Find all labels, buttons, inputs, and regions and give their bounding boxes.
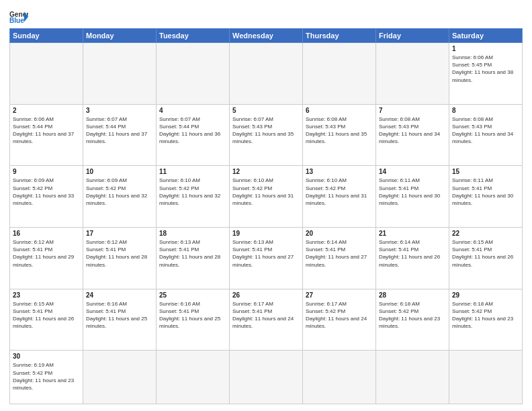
calendar-cell: 10Sunrise: 6:09 AMSunset: 5:42 PMDayligh… <box>83 166 157 228</box>
day-info: Sunrise: 6:06 AMSunset: 5:44 PMDaylight:… <box>13 116 74 145</box>
calendar-cell <box>376 43 449 105</box>
calendar-week-1: 1Sunrise: 6:06 AMSunset: 5:45 PMDaylight… <box>10 43 523 105</box>
calendar-cell <box>376 351 449 404</box>
day-number: 8 <box>452 107 519 114</box>
day-info: Sunrise: 6:15 AMSunset: 5:41 PMDaylight:… <box>452 239 513 268</box>
calendar-cell: 22Sunrise: 6:15 AMSunset: 5:41 PMDayligh… <box>449 228 523 289</box>
day-info: Sunrise: 6:07 AMSunset: 5:44 PMDaylight:… <box>86 116 147 145</box>
calendar-cell: 19Sunrise: 6:13 AMSunset: 5:41 PMDayligh… <box>230 228 303 289</box>
day-number: 17 <box>86 230 153 237</box>
day-number: 16 <box>13 230 80 237</box>
calendar-cell: 5Sunrise: 6:07 AMSunset: 5:43 PMDaylight… <box>230 104 303 166</box>
weekday-header-monday: Monday <box>83 29 157 43</box>
calendar-cell: 6Sunrise: 6:08 AMSunset: 5:43 PMDaylight… <box>303 104 376 166</box>
day-number: 24 <box>86 291 153 299</box>
calendar-cell: 17Sunrise: 6:12 AMSunset: 5:41 PMDayligh… <box>83 228 157 289</box>
day-number: 27 <box>306 291 373 299</box>
weekday-header-sunday: Sunday <box>10 29 83 43</box>
day-info: Sunrise: 6:10 AMSunset: 5:42 PMDaylight:… <box>232 177 294 206</box>
calendar-cell: 28Sunrise: 6:18 AMSunset: 5:42 PMDayligh… <box>376 289 449 351</box>
calendar-cell <box>10 43 83 105</box>
calendar-cell <box>157 43 230 105</box>
calendar-week-4: 16Sunrise: 6:12 AMSunset: 5:41 PMDayligh… <box>10 228 523 289</box>
calendar-cell: 12Sunrise: 6:10 AMSunset: 5:42 PMDayligh… <box>230 166 303 228</box>
day-number: 22 <box>452 230 519 237</box>
day-info: Sunrise: 6:08 AMSunset: 5:43 PMDaylight:… <box>379 116 440 145</box>
calendar-table: SundayMondayTuesdayWednesdayThursdayFrid… <box>9 28 523 404</box>
calendar-cell: 20Sunrise: 6:14 AMSunset: 5:41 PMDayligh… <box>303 228 376 289</box>
day-info: Sunrise: 6:09 AMSunset: 5:42 PMDaylight:… <box>86 177 147 206</box>
header: General Blue <box>9 7 523 24</box>
day-number: 19 <box>232 230 300 237</box>
day-number: 10 <box>86 168 153 175</box>
calendar-cell: 27Sunrise: 6:17 AMSunset: 5:42 PMDayligh… <box>303 289 376 351</box>
day-info: Sunrise: 6:18 AMSunset: 5:42 PMDaylight:… <box>452 301 513 330</box>
svg-text:Blue: Blue <box>9 17 24 24</box>
day-info: Sunrise: 6:17 AMSunset: 5:41 PMDaylight:… <box>232 301 294 330</box>
calendar-page: General Blue SundayMondayTuesdayWednesda… <box>0 0 532 411</box>
day-number: 28 <box>379 291 446 299</box>
calendar-week-6: 30Sunrise: 6:19 AMSunset: 5:42 PMDayligh… <box>10 351 523 404</box>
calendar-cell: 24Sunrise: 6:16 AMSunset: 5:41 PMDayligh… <box>83 289 157 351</box>
day-number: 15 <box>452 168 519 175</box>
day-number: 4 <box>159 107 226 114</box>
calendar-cell: 16Sunrise: 6:12 AMSunset: 5:41 PMDayligh… <box>10 228 83 289</box>
day-info: Sunrise: 6:18 AMSunset: 5:42 PMDaylight:… <box>379 301 440 330</box>
calendar-week-3: 9Sunrise: 6:09 AMSunset: 5:42 PMDaylight… <box>10 166 523 228</box>
calendar-cell: 14Sunrise: 6:11 AMSunset: 5:41 PMDayligh… <box>376 166 449 228</box>
day-info: Sunrise: 6:11 AMSunset: 5:41 PMDaylight:… <box>379 177 440 206</box>
day-info: Sunrise: 6:11 AMSunset: 5:41 PMDaylight:… <box>452 177 513 206</box>
day-number: 14 <box>379 168 446 175</box>
day-info: Sunrise: 6:15 AMSunset: 5:41 PMDaylight:… <box>13 301 74 330</box>
weekday-header-saturday: Saturday <box>449 29 523 43</box>
calendar-cell: 23Sunrise: 6:15 AMSunset: 5:41 PMDayligh… <box>10 289 83 351</box>
day-number: 1 <box>452 45 519 52</box>
day-number: 6 <box>306 107 373 114</box>
weekday-header-friday: Friday <box>376 29 449 43</box>
weekday-header-row: SundayMondayTuesdayWednesdayThursdayFrid… <box>10 29 523 43</box>
weekday-header-wednesday: Wednesday <box>230 29 303 43</box>
day-info: Sunrise: 6:13 AMSunset: 5:41 PMDaylight:… <box>232 239 294 268</box>
calendar-cell <box>157 351 230 404</box>
calendar-cell <box>303 351 376 404</box>
calendar-cell: 30Sunrise: 6:19 AMSunset: 5:42 PMDayligh… <box>10 351 83 404</box>
day-number: 21 <box>379 230 446 237</box>
calendar-cell <box>230 351 303 404</box>
calendar-cell <box>83 351 157 404</box>
day-info: Sunrise: 6:19 AMSunset: 5:42 PMDaylight:… <box>13 362 74 391</box>
day-info: Sunrise: 6:10 AMSunset: 5:42 PMDaylight:… <box>159 177 220 206</box>
day-number: 2 <box>13 107 80 114</box>
day-number: 11 <box>159 168 226 175</box>
day-info: Sunrise: 6:08 AMSunset: 5:43 PMDaylight:… <box>452 116 513 145</box>
calendar-cell <box>230 43 303 105</box>
day-info: Sunrise: 6:08 AMSunset: 5:43 PMDaylight:… <box>306 116 367 145</box>
calendar-cell: 13Sunrise: 6:10 AMSunset: 5:42 PMDayligh… <box>303 166 376 228</box>
day-info: Sunrise: 6:09 AMSunset: 5:42 PMDaylight:… <box>13 177 74 206</box>
calendar-cell: 11Sunrise: 6:10 AMSunset: 5:42 PMDayligh… <box>157 166 230 228</box>
day-number: 13 <box>306 168 373 175</box>
calendar-week-5: 23Sunrise: 6:15 AMSunset: 5:41 PMDayligh… <box>10 289 523 351</box>
day-number: 12 <box>232 168 300 175</box>
day-number: 30 <box>13 353 80 360</box>
calendar-cell: 25Sunrise: 6:16 AMSunset: 5:41 PMDayligh… <box>157 289 230 351</box>
day-info: Sunrise: 6:12 AMSunset: 5:41 PMDaylight:… <box>86 239 147 268</box>
day-info: Sunrise: 6:17 AMSunset: 5:42 PMDaylight:… <box>306 301 367 330</box>
weekday-header-tuesday: Tuesday <box>157 29 230 43</box>
day-info: Sunrise: 6:06 AMSunset: 5:45 PMDaylight:… <box>452 54 513 83</box>
logo-icon: General Blue <box>9 9 28 24</box>
calendar-cell: 15Sunrise: 6:11 AMSunset: 5:41 PMDayligh… <box>449 166 523 228</box>
calendar-cell <box>303 43 376 105</box>
day-info: Sunrise: 6:14 AMSunset: 5:41 PMDaylight:… <box>379 239 440 268</box>
calendar-cell: 4Sunrise: 6:07 AMSunset: 5:44 PMDaylight… <box>157 104 230 166</box>
day-number: 5 <box>232 107 300 114</box>
day-number: 9 <box>13 168 80 175</box>
day-info: Sunrise: 6:16 AMSunset: 5:41 PMDaylight:… <box>159 301 220 330</box>
day-number: 26 <box>232 291 300 299</box>
weekday-header-thursday: Thursday <box>303 29 376 43</box>
day-number: 29 <box>452 291 519 299</box>
calendar-cell: 2Sunrise: 6:06 AMSunset: 5:44 PMDaylight… <box>10 104 83 166</box>
day-info: Sunrise: 6:14 AMSunset: 5:41 PMDaylight:… <box>306 239 367 268</box>
day-info: Sunrise: 6:10 AMSunset: 5:42 PMDaylight:… <box>306 177 367 206</box>
day-number: 3 <box>86 107 153 114</box>
calendar-cell: 26Sunrise: 6:17 AMSunset: 5:41 PMDayligh… <box>230 289 303 351</box>
